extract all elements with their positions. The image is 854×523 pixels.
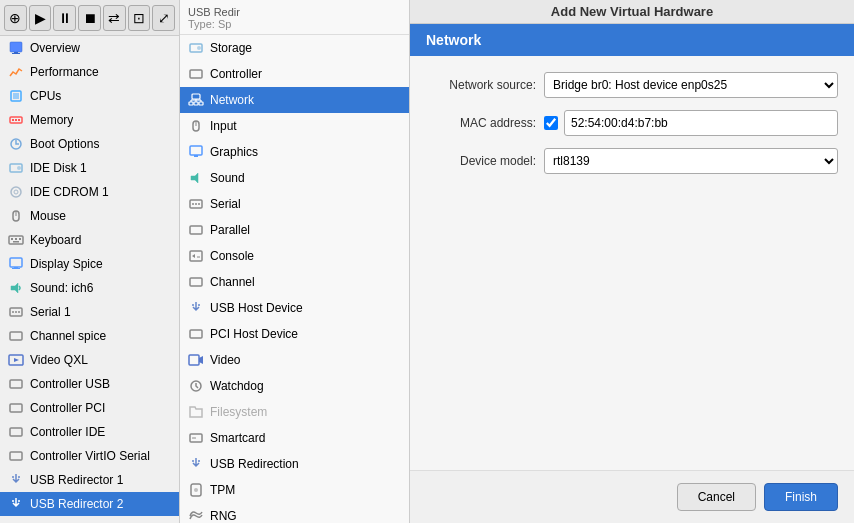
- controller-usb-icon: [8, 376, 24, 392]
- mouse-icon: [8, 208, 24, 224]
- toolbar-expand-btn[interactable]: ⤢: [152, 5, 175, 31]
- hw-label-controller: Controller: [210, 67, 262, 81]
- sidebar-item-controller-pci[interactable]: Controller PCI: [0, 396, 179, 420]
- hw-item-graphics[interactable]: Graphics: [180, 139, 409, 165]
- toolbar-add-btn[interactable]: ⊕: [4, 5, 27, 31]
- hw-item-console[interactable]: Console: [180, 243, 409, 269]
- hw-smartcard-icon: [188, 430, 204, 446]
- sidebar-item-sound-ich6[interactable]: Sound: ich6: [0, 276, 179, 300]
- sidebar: ⊕ ▶ ⏸ ⏹ ⇄ ⊡ ⤢ Overview Performance CPUs: [0, 0, 180, 523]
- device-model-control: rtl8139: [544, 148, 838, 174]
- display-spice-icon: [8, 256, 24, 272]
- svg-rect-29: [10, 332, 22, 340]
- toolbar-pause-btn[interactable]: ⏸: [53, 5, 76, 31]
- sidebar-item-memory[interactable]: Memory: [0, 108, 179, 132]
- toolbar-view-btn[interactable]: ⊡: [128, 5, 151, 31]
- hw-item-sound[interactable]: Sound: [180, 165, 409, 191]
- toolbar-switch-btn[interactable]: ⇄: [103, 5, 126, 31]
- sidebar-item-controller-ide[interactable]: Controller IDE: [0, 420, 179, 444]
- sidebar-item-video-qxl[interactable]: Video QXL: [0, 348, 179, 372]
- svg-rect-32: [10, 380, 22, 388]
- hw-item-watchdog[interactable]: Watchdog: [180, 373, 409, 399]
- hw-input-icon: [188, 118, 204, 134]
- hw-item-usb-host-device[interactable]: USB Host Device: [180, 295, 409, 321]
- hw-label-parallel: Parallel: [210, 223, 250, 237]
- svg-rect-19: [19, 238, 21, 240]
- cancel-button[interactable]: Cancel: [677, 483, 756, 511]
- hw-item-pci-host-device[interactable]: PCI Host Device: [180, 321, 409, 347]
- hw-item-parallel[interactable]: Parallel: [180, 217, 409, 243]
- sidebar-item-usb-redirector-1[interactable]: USB Redirector 1: [0, 468, 179, 492]
- sidebar-item-overview[interactable]: Overview: [0, 36, 179, 60]
- sidebar-item-boot-options[interactable]: Boot Options: [0, 132, 179, 156]
- hw-item-tpm[interactable]: TPM: [180, 477, 409, 503]
- sidebar-label-ide-cdrom: IDE CDROM 1: [30, 185, 109, 199]
- sidebar-item-cpus[interactable]: CPUs: [0, 84, 179, 108]
- hw-pci-host-icon: [188, 326, 204, 342]
- sidebar-item-keyboard[interactable]: Keyboard: [0, 228, 179, 252]
- svg-rect-50: [190, 146, 202, 155]
- hw-label-rng: RNG: [210, 509, 237, 523]
- hw-label-watchdog: Watchdog: [210, 379, 264, 393]
- hw-filesystem-icon: [188, 404, 204, 420]
- mac-address-input[interactable]: [564, 110, 838, 136]
- svg-rect-2: [12, 53, 20, 54]
- network-source-select[interactable]: Bridge br0: Host device enp0s25: [544, 72, 838, 98]
- svg-point-27: [15, 311, 17, 313]
- hw-label-serial: Serial: [210, 197, 241, 211]
- svg-rect-61: [190, 330, 202, 338]
- hw-label-tpm: TPM: [210, 483, 235, 497]
- sidebar-item-ide-disk[interactable]: IDE Disk 1: [0, 156, 179, 180]
- toolbar-play-btn[interactable]: ▶: [29, 5, 52, 31]
- hw-network-icon: [188, 92, 204, 108]
- memory-icon: [8, 112, 24, 128]
- hw-item-channel[interactable]: Channel: [180, 269, 409, 295]
- hw-item-smartcard[interactable]: Smartcard: [180, 425, 409, 451]
- hw-item-usb-redirection[interactable]: USB Redirection: [180, 451, 409, 477]
- hw-item-network[interactable]: Network: [180, 87, 409, 113]
- sidebar-label-usb-redirector-1: USB Redirector 1: [30, 473, 123, 487]
- device-model-select[interactable]: rtl8139: [544, 148, 838, 174]
- svg-marker-31: [14, 358, 19, 362]
- sidebar-item-list: Overview Performance CPUs Memory Boot Op…: [0, 36, 179, 523]
- hw-item-rng[interactable]: RNG: [180, 503, 409, 523]
- toolbar-stop-btn[interactable]: ⏹: [78, 5, 101, 31]
- svg-rect-20: [13, 241, 19, 243]
- hw-item-input[interactable]: Input: [180, 113, 409, 139]
- svg-rect-17: [11, 238, 13, 240]
- sidebar-item-usb-redirector-2[interactable]: USB Redirector 2: [0, 492, 179, 516]
- hw-channel-icon: [188, 274, 204, 290]
- controller-ide-icon: [8, 424, 24, 440]
- hw-parallel-icon: [188, 222, 204, 238]
- svg-point-13: [14, 190, 18, 194]
- hw-item-serial[interactable]: Serial: [180, 191, 409, 217]
- hw-label-channel: Channel: [210, 275, 255, 289]
- sidebar-item-serial-1[interactable]: Serial 1: [0, 300, 179, 324]
- sidebar-item-controller-usb[interactable]: Controller USB: [0, 372, 179, 396]
- hw-item-controller[interactable]: Controller: [180, 61, 409, 87]
- hw-item-storage[interactable]: Storage: [180, 35, 409, 61]
- hw-list: Storage Controller Network Input Graphic…: [180, 35, 409, 523]
- sidebar-item-controller-virtio[interactable]: Controller VirtIO Serial: [0, 444, 179, 468]
- svg-rect-35: [10, 452, 22, 460]
- sidebar-item-mouse[interactable]: Mouse: [0, 204, 179, 228]
- storage-icon: [188, 40, 204, 56]
- sidebar-label-controller-ide: Controller IDE: [30, 425, 105, 439]
- svg-rect-7: [15, 119, 17, 121]
- hw-tpm-icon: [188, 482, 204, 498]
- finish-button[interactable]: Finish: [764, 483, 838, 511]
- svg-rect-23: [12, 268, 20, 269]
- dialog-section-title: Network: [410, 24, 854, 56]
- sidebar-item-performance[interactable]: Performance: [0, 60, 179, 84]
- hw-item-video[interactable]: Video: [180, 347, 409, 373]
- dialog-content: Network Network source: Bridge br0: Host…: [410, 24, 854, 470]
- sidebar-item-display-spice[interactable]: Display Spice: [0, 252, 179, 276]
- mac-address-checkbox[interactable]: [544, 116, 558, 130]
- sidebar-label-memory: Memory: [30, 113, 73, 127]
- sidebar-item-ide-cdrom[interactable]: IDE CDROM 1: [0, 180, 179, 204]
- hw-label-usb-host-device: USB Host Device: [210, 301, 303, 315]
- svg-rect-38: [190, 70, 202, 78]
- sidebar-label-controller-virtio: Controller VirtIO Serial: [30, 449, 150, 463]
- svg-marker-24: [11, 283, 18, 293]
- sidebar-item-channel-spice[interactable]: Channel spice: [0, 324, 179, 348]
